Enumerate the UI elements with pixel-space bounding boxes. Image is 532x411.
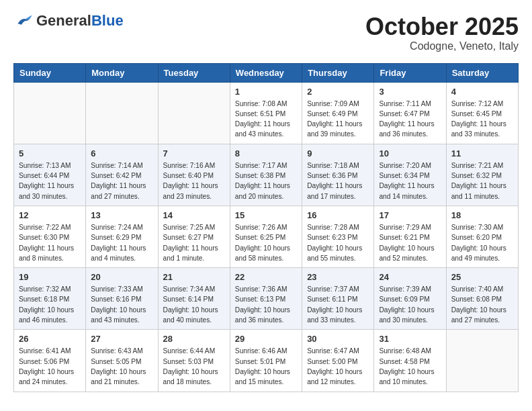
calendar-cell: 20Sunrise: 7:33 AM Sunset: 6:16 PM Dayli…	[86, 268, 158, 330]
day-info: Sunrise: 6:48 AM Sunset: 4:58 PM Dayligh…	[379, 346, 441, 387]
day-info: Sunrise: 6:44 AM Sunset: 5:03 PM Dayligh…	[163, 346, 225, 387]
logo-bird-icon	[13, 14, 34, 28]
weekday-header-saturday: Saturday	[446, 63, 518, 82]
day-info: Sunrise: 7:08 AM Sunset: 6:51 PM Dayligh…	[235, 99, 297, 140]
calendar-cell	[158, 82, 230, 144]
day-info: Sunrise: 7:28 AM Sunset: 6:23 PM Dayligh…	[307, 222, 369, 263]
day-number: 6	[91, 148, 152, 158]
day-info: Sunrise: 6:41 AM Sunset: 5:06 PM Dayligh…	[19, 346, 81, 387]
calendar-cell: 30Sunrise: 6:47 AM Sunset: 5:00 PM Dayli…	[302, 330, 374, 392]
calendar-week-row: 5Sunrise: 7:13 AM Sunset: 6:44 PM Daylig…	[14, 144, 519, 205]
day-number: 5	[19, 148, 81, 158]
calendar-cell: 24Sunrise: 7:39 AM Sunset: 6:09 PM Dayli…	[374, 268, 446, 330]
day-number: 14	[163, 210, 225, 220]
day-number: 16	[307, 210, 369, 220]
day-number: 25	[451, 272, 513, 282]
day-info: Sunrise: 6:43 AM Sunset: 5:05 PM Dayligh…	[91, 346, 152, 387]
calendar-cell: 14Sunrise: 7:25 AM Sunset: 6:27 PM Dayli…	[158, 205, 230, 267]
calendar-cell: 5Sunrise: 7:13 AM Sunset: 6:44 PM Daylig…	[14, 144, 86, 205]
calendar-cell: 25Sunrise: 7:40 AM Sunset: 6:08 PM Dayli…	[446, 268, 518, 330]
calendar-week-row: 19Sunrise: 7:32 AM Sunset: 6:18 PM Dayli…	[14, 268, 519, 330]
day-info: Sunrise: 7:39 AM Sunset: 6:09 PM Dayligh…	[379, 284, 441, 325]
day-info: Sunrise: 7:37 AM Sunset: 6:11 PM Dayligh…	[307, 284, 369, 325]
logo-text: GeneralBlue	[36, 12, 124, 29]
calendar-cell: 23Sunrise: 7:37 AM Sunset: 6:11 PM Dayli…	[302, 268, 374, 330]
calendar-cell: 28Sunrise: 6:44 AM Sunset: 5:03 PM Dayli…	[158, 330, 230, 392]
day-info: Sunrise: 7:20 AM Sunset: 6:34 PM Dayligh…	[379, 161, 441, 201]
calendar-cell	[14, 82, 86, 144]
page-header: GeneralBlue October 2025 Codogne, Veneto…	[13, 13, 519, 52]
calendar-cell: 17Sunrise: 7:29 AM Sunset: 6:21 PM Dayli…	[374, 205, 446, 267]
calendar-table: SundayMondayTuesdayWednesdayThursdayFrid…	[13, 63, 519, 392]
day-number: 2	[307, 87, 369, 97]
day-number: 24	[379, 272, 441, 282]
calendar-cell: 10Sunrise: 7:20 AM Sunset: 6:34 PM Dayli…	[374, 144, 446, 205]
day-info: Sunrise: 7:12 AM Sunset: 6:45 PM Dayligh…	[451, 99, 513, 140]
day-number: 10	[379, 148, 441, 158]
calendar-week-row: 12Sunrise: 7:22 AM Sunset: 6:30 PM Dayli…	[14, 205, 519, 267]
day-info: Sunrise: 7:34 AM Sunset: 6:14 PM Dayligh…	[163, 284, 225, 325]
day-info: Sunrise: 7:40 AM Sunset: 6:08 PM Dayligh…	[451, 284, 513, 325]
day-info: Sunrise: 7:29 AM Sunset: 6:21 PM Dayligh…	[379, 222, 441, 263]
day-number: 4	[451, 87, 513, 97]
day-number: 28	[163, 334, 225, 344]
day-info: Sunrise: 7:32 AM Sunset: 6:18 PM Dayligh…	[19, 284, 81, 325]
calendar-cell: 3Sunrise: 7:11 AM Sunset: 6:47 PM Daylig…	[374, 82, 446, 144]
day-number: 31	[379, 334, 441, 344]
calendar-cell: 7Sunrise: 7:16 AM Sunset: 6:40 PM Daylig…	[158, 144, 230, 205]
day-info: Sunrise: 7:14 AM Sunset: 6:42 PM Dayligh…	[91, 161, 152, 201]
day-info: Sunrise: 7:30 AM Sunset: 6:20 PM Dayligh…	[451, 222, 513, 263]
day-info: Sunrise: 7:18 AM Sunset: 6:36 PM Dayligh…	[307, 161, 369, 201]
day-info: Sunrise: 6:47 AM Sunset: 5:00 PM Dayligh…	[307, 346, 369, 387]
calendar-cell: 2Sunrise: 7:09 AM Sunset: 6:49 PM Daylig…	[302, 82, 374, 144]
calendar-cell: 4Sunrise: 7:12 AM Sunset: 6:45 PM Daylig…	[446, 82, 518, 144]
day-number: 3	[379, 87, 441, 97]
calendar-cell: 6Sunrise: 7:14 AM Sunset: 6:42 PM Daylig…	[86, 144, 158, 205]
day-info: Sunrise: 7:21 AM Sunset: 6:32 PM Dayligh…	[451, 161, 513, 201]
calendar-cell: 26Sunrise: 6:41 AM Sunset: 5:06 PM Dayli…	[14, 330, 86, 392]
day-number: 17	[379, 210, 441, 220]
weekday-header-row: SundayMondayTuesdayWednesdayThursdayFrid…	[14, 63, 519, 82]
calendar-title: October 2025	[365, 13, 519, 40]
weekday-header-tuesday: Tuesday	[158, 63, 230, 82]
day-info: Sunrise: 7:26 AM Sunset: 6:25 PM Dayligh…	[235, 222, 297, 263]
calendar-cell: 29Sunrise: 6:46 AM Sunset: 5:01 PM Dayli…	[230, 330, 302, 392]
calendar-cell: 19Sunrise: 7:32 AM Sunset: 6:18 PM Dayli…	[14, 268, 86, 330]
calendar-cell	[86, 82, 158, 144]
day-number: 11	[451, 148, 513, 158]
day-info: Sunrise: 7:33 AM Sunset: 6:16 PM Dayligh…	[91, 284, 152, 325]
day-number: 7	[163, 148, 225, 158]
day-number: 22	[235, 272, 297, 282]
weekday-header-friday: Friday	[374, 63, 446, 82]
day-number: 1	[235, 87, 297, 97]
day-number: 30	[307, 334, 369, 344]
calendar-cell	[446, 330, 518, 392]
calendar-week-row: 1Sunrise: 7:08 AM Sunset: 6:51 PM Daylig…	[14, 82, 519, 144]
day-number: 27	[91, 334, 152, 344]
day-info: Sunrise: 6:46 AM Sunset: 5:01 PM Dayligh…	[235, 346, 297, 387]
calendar-cell: 27Sunrise: 6:43 AM Sunset: 5:05 PM Dayli…	[86, 330, 158, 392]
day-info: Sunrise: 7:24 AM Sunset: 6:29 PM Dayligh…	[91, 222, 152, 263]
calendar-cell: 13Sunrise: 7:24 AM Sunset: 6:29 PM Dayli…	[86, 205, 158, 267]
calendar-cell: 18Sunrise: 7:30 AM Sunset: 6:20 PM Dayli…	[446, 205, 518, 267]
calendar-week-row: 26Sunrise: 6:41 AM Sunset: 5:06 PM Dayli…	[14, 330, 519, 392]
weekday-header-wednesday: Wednesday	[230, 63, 302, 82]
day-number: 8	[235, 148, 297, 158]
calendar-subtitle: Codogne, Veneto, Italy	[365, 40, 519, 52]
logo: GeneralBlue	[13, 13, 124, 28]
day-info: Sunrise: 7:13 AM Sunset: 6:44 PM Dayligh…	[19, 161, 81, 201]
day-number: 21	[163, 272, 225, 282]
day-info: Sunrise: 7:16 AM Sunset: 6:40 PM Dayligh…	[163, 161, 225, 201]
day-number: 23	[307, 272, 369, 282]
calendar-cell: 31Sunrise: 6:48 AM Sunset: 4:58 PM Dayli…	[374, 330, 446, 392]
day-number: 29	[235, 334, 297, 344]
calendar-cell: 16Sunrise: 7:28 AM Sunset: 6:23 PM Dayli…	[302, 205, 374, 267]
calendar-cell: 22Sunrise: 7:36 AM Sunset: 6:13 PM Dayli…	[230, 268, 302, 330]
day-info: Sunrise: 7:25 AM Sunset: 6:27 PM Dayligh…	[163, 222, 225, 263]
day-info: Sunrise: 7:11 AM Sunset: 6:47 PM Dayligh…	[379, 99, 441, 140]
day-number: 26	[19, 334, 81, 344]
weekday-header-thursday: Thursday	[302, 63, 374, 82]
day-number: 18	[451, 210, 513, 220]
day-info: Sunrise: 7:09 AM Sunset: 6:49 PM Dayligh…	[307, 99, 369, 140]
day-number: 19	[19, 272, 81, 282]
